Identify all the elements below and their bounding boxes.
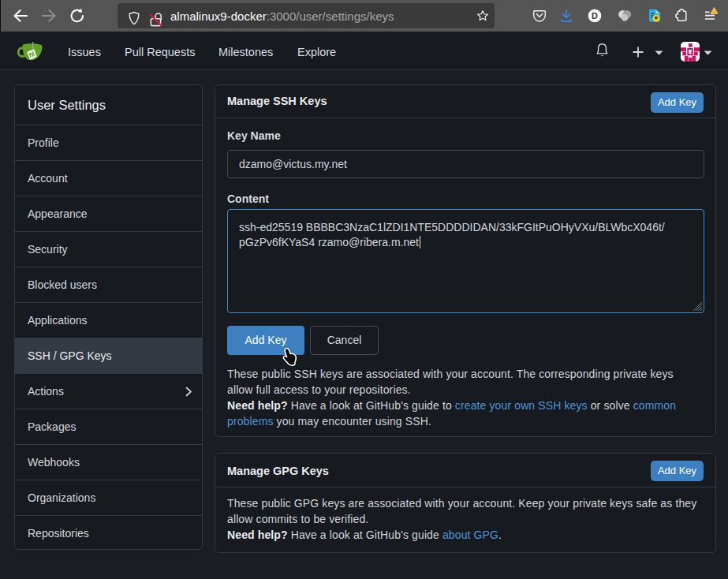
svg-text:D: D — [592, 11, 598, 21]
